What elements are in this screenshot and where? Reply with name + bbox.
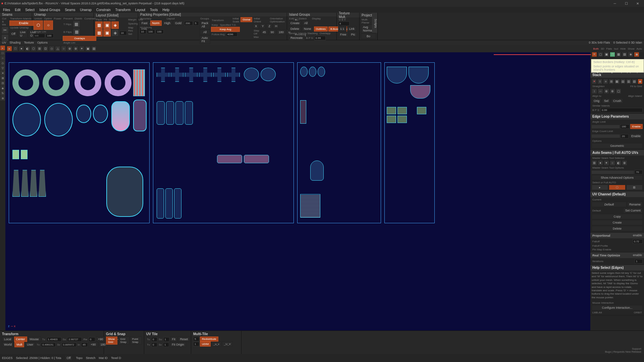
mt-cols[interactable] <box>193 337 199 341</box>
tr-world[interactable]: World <box>2 342 14 347</box>
uv-island[interactable] <box>417 107 426 114</box>
uv-island[interactable] <box>174 188 181 219</box>
ig-recreate[interactable]: Recreate <box>288 35 305 41</box>
uv-island[interactable] <box>21 150 28 159</box>
uvtile-su[interactable] <box>163 337 169 342</box>
uv-island[interactable] <box>175 101 183 125</box>
align-sel[interactable]: Sel <box>602 98 610 104</box>
packing-gold[interactable]: Gold <box>173 20 183 26</box>
uv-island[interactable] <box>12 103 41 136</box>
status-matid[interactable]: Mat ID <box>99 356 108 360</box>
uv-island[interactable] <box>165 188 173 219</box>
align-icon-1[interactable]: ✕ <box>592 79 597 84</box>
uv-island[interactable] <box>300 100 306 124</box>
vbar-icon-5[interactable]: ⬡ <box>31 46 36 51</box>
uvtile-sv[interactable] <box>163 343 169 347</box>
status-off[interactable]: Off <box>65 355 73 361</box>
uvchannel-create[interactable]: Create <box>592 220 643 225</box>
support-link[interactable]: Support <box>592 347 642 350</box>
optimize-button[interactable]: ○ <box>44 20 53 30</box>
packing-5[interactable] <box>194 21 199 25</box>
uv-viewport[interactable]: z─ x <box>5 52 590 330</box>
orient-h[interactable]: H <box>273 23 279 29</box>
layout-icon-4[interactable]: ▦ <box>95 29 103 37</box>
ig-none[interactable]: None <box>302 26 313 32</box>
align-icon-7[interactable]: ▥ <box>626 79 631 84</box>
tr-mult[interactable]: Mult <box>14 342 24 347</box>
viewmode-isol[interactable]: Isol <box>613 47 619 50</box>
configure-interaction-button[interactable]: Configure Interaction... <box>592 305 643 310</box>
tool-1-icon[interactable]: □ <box>0 51 5 55</box>
uvchannel-delete[interactable]: Delete <box>592 226 643 231</box>
mt-uv[interactable]: _u_v <box>211 342 221 347</box>
scale-icon[interactable]: ◈ <box>111 21 119 29</box>
mt-uv2[interactable]: _U_V <box>222 342 233 347</box>
vbar-icon-13[interactable]: ✦ <box>79 46 85 51</box>
ig-delete[interactable]: Delete <box>288 26 301 32</box>
align-icon-9[interactable]: ◆ <box>638 79 643 84</box>
tr-tv[interactable] <box>41 343 56 347</box>
uv-island[interactable] <box>111 101 130 131</box>
tool-2-icon[interactable]: ○ <box>0 56 5 60</box>
straight-icon-3[interactable]: ⊕ <box>604 88 609 94</box>
uv-island[interactable] <box>309 67 316 77</box>
close-button[interactable]: ✕ <box>633 0 643 6</box>
uv-island[interactable] <box>21 170 29 197</box>
menu-files[interactable]: Files <box>1 7 12 12</box>
vbar-icon-10[interactable]: ○ <box>61 46 66 51</box>
uv-island[interactable] <box>157 101 165 125</box>
uv-island[interactable] <box>410 85 430 99</box>
fit-icon[interactable]: ▣ <box>103 21 111 29</box>
pack-icon[interactable]: ▦ <box>95 21 103 29</box>
uv-island[interactable] <box>409 67 429 83</box>
ig-all[interactable]: All <box>302 20 310 26</box>
packing-high[interactable]: High <box>162 20 173 26</box>
sel-border-icon[interactable]: ⊓ <box>610 52 615 57</box>
packing-autofit[interactable]: Auto Fit <box>200 35 210 44</box>
status-stretch[interactable]: Stretch <box>86 356 96 360</box>
tool-select-icon[interactable]: ▸ <box>0 46 5 50</box>
uv-island[interactable] <box>105 69 131 96</box>
packing-packall[interactable]: Pack All <box>200 20 210 29</box>
pointsnap-button[interactable]: Point Snap <box>130 337 142 345</box>
tflips-icon[interactable]: ▦ <box>73 20 80 28</box>
uv-island[interactable] <box>30 170 37 197</box>
viewmode-hide[interactable]: Hide <box>620 47 626 50</box>
uv-island[interactable] <box>166 101 174 125</box>
edgecount-slider[interactable] <box>592 134 620 138</box>
vbar-icon-7[interactable]: ⊡ <box>43 46 48 51</box>
sel-mode-1-icon[interactable]: ▢ <box>598 52 603 57</box>
subbar-texture[interactable]: Texture <box>24 41 34 44</box>
tr-in[interactable] <box>81 343 88 347</box>
packing-mut2[interactable] <box>147 29 155 34</box>
orient-x[interactable]: X <box>253 23 259 29</box>
viewmode-auto[interactable]: Auto <box>636 47 643 50</box>
uv-island[interactable] <box>217 155 242 163</box>
menu-edit[interactable]: Edit <box>12 7 23 12</box>
ig-outlines[interactable]: Outlines <box>314 26 328 32</box>
align-icon-3[interactable]: ≡ <box>603 79 608 84</box>
tr-user[interactable]: User <box>25 342 35 347</box>
tool-3-icon[interactable]: ◇ <box>0 61 5 65</box>
vbar-icon-2[interactable]: □ <box>13 46 18 51</box>
bflips-icon[interactable]: ▦ <box>73 28 80 36</box>
align-crush[interactable]: Crush <box>611 98 623 104</box>
uv-island[interactable] <box>185 68 198 82</box>
vbar-icon-6[interactable]: ⊞ <box>37 46 42 51</box>
align-icon-5[interactable]: ▦ <box>614 79 620 84</box>
tool-8-icon[interactable]: ◈ <box>0 86 5 90</box>
tr-su[interactable] <box>67 337 82 342</box>
edgecount-enable[interactable]: Enable <box>629 133 643 139</box>
vbar-icon-4[interactable]: ◐ <box>25 46 30 51</box>
uv-island[interactable] <box>397 116 407 123</box>
vbar-icon-11[interactable]: ⊕ <box>67 46 72 51</box>
menu-layout[interactable]: Layout <box>133 7 148 12</box>
tool-9-icon[interactable]: ↻ <box>0 91 5 96</box>
tool-5-icon[interactable]: ✕ <box>0 71 5 75</box>
uv-island[interactable] <box>185 101 193 125</box>
texmult-link[interactable]: Link <box>347 26 357 32</box>
viewmode-3d[interactable]: 3D <box>600 47 605 50</box>
uvtile-tv[interactable] <box>151 343 157 347</box>
uvchannel-setcurrent[interactable]: Set Current <box>623 208 643 213</box>
align-bps-input[interactable] <box>600 108 643 112</box>
